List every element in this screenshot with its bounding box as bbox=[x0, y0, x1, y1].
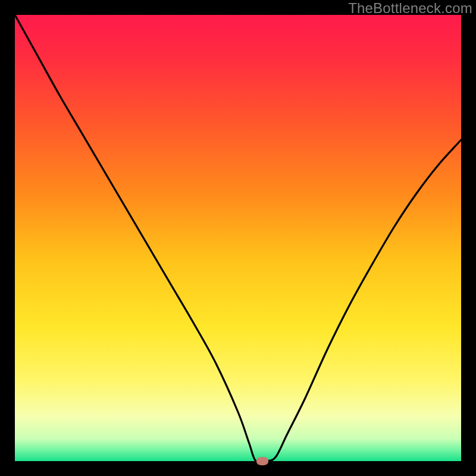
chart-svg bbox=[0, 0, 476, 476]
gradient-background bbox=[15, 15, 461, 461]
chart-frame: TheBottleneck.com bbox=[0, 0, 476, 476]
chart-minimum-marker bbox=[256, 457, 268, 465]
watermark-text: TheBottleneck.com bbox=[348, 0, 472, 17]
